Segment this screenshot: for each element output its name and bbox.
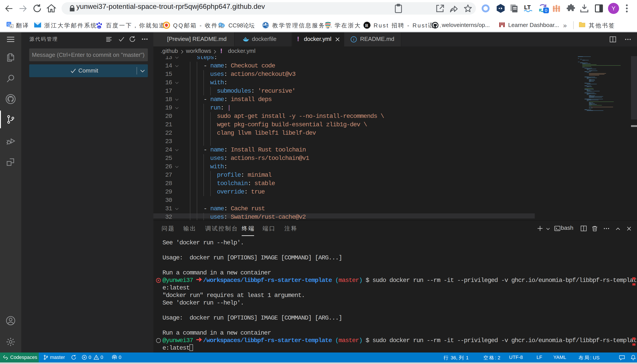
svg-text:G: G xyxy=(8,22,10,26)
svg-text:du: du xyxy=(98,26,100,28)
svg-text:8: 8 xyxy=(222,24,223,27)
svg-text:LT: LT xyxy=(524,4,531,10)
svg-text:R: R xyxy=(365,23,369,28)
svg-text:a: a xyxy=(11,25,12,28)
svg-text:9: 9 xyxy=(219,23,221,26)
